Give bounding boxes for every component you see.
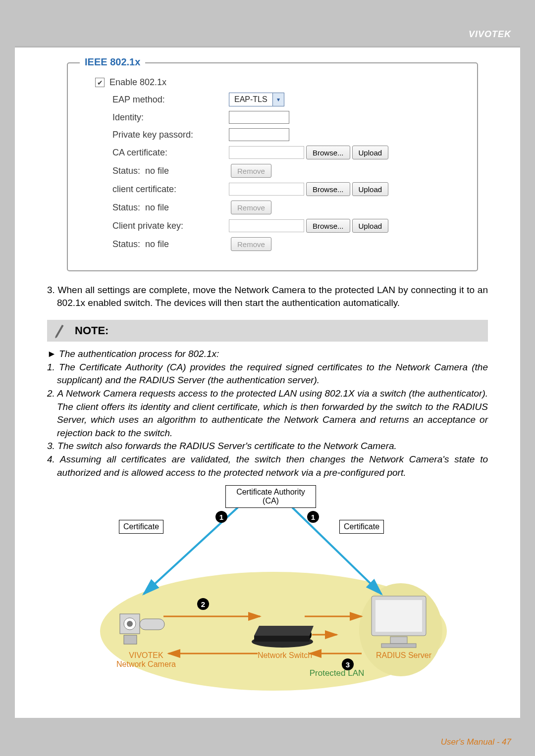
client-cert-remove-button[interactable]: Remove — [231, 201, 271, 214]
identity-label: Identity: — [95, 112, 229, 123]
note-line-2: 2. A Network Camera requests access to t… — [47, 387, 488, 440]
note-line-4: 4. Assuming all certificates are validat… — [47, 453, 488, 479]
eap-method-label: EAP method: — [95, 95, 229, 105]
client-certificate-file[interactable] — [229, 183, 304, 196]
brand-text: VIVOTEK — [469, 29, 511, 40]
svg-rect-16 — [381, 644, 416, 648]
client-key-status-label: Status: no file — [95, 239, 229, 250]
identity-input[interactable] — [229, 111, 289, 124]
svg-rect-15 — [390, 637, 407, 644]
svg-point-9 — [127, 621, 133, 627]
panel-legend: IEEE 802.1x — [80, 56, 145, 68]
camera-label: VIVOTEK Network Camera — [111, 651, 181, 669]
ca-status-label: Status: no file — [95, 166, 229, 176]
note-line-1: 1. The Certificate Authority (CA) provid… — [47, 361, 488, 387]
footer-text: User's Manual - 47 — [441, 737, 511, 747]
client-key-browse-button[interactable]: Browse... — [306, 219, 350, 233]
ca-certificate-label: CA certificate: — [95, 148, 229, 158]
note-line-3: 3. The switch also forwards the RADIUS S… — [47, 440, 488, 453]
camera-icon — [119, 606, 168, 648]
certificate-box-left: Certificate — [119, 520, 163, 534]
private-key-password-input[interactable] — [229, 128, 289, 141]
enable-8021x-checkbox[interactable]: ✔ — [95, 78, 105, 87]
client-key-upload-button[interactable]: Upload — [352, 219, 389, 233]
note-body: ► The authentication process for 802.1x:… — [47, 348, 488, 479]
note-title: NOTE: — [75, 324, 108, 337]
ca-certificate-file[interactable] — [229, 146, 304, 159]
step-num-1a: 1 — [215, 511, 227, 523]
eap-method-select[interactable]: EAP-TLS ▾ — [229, 93, 284, 106]
authentication-diagram: Certificate Authority (CA) Certificate C… — [84, 485, 451, 698]
client-cert-upload-button[interactable]: Upload — [352, 182, 389, 196]
switch-label: Network Switch — [250, 651, 320, 660]
server-icon — [367, 593, 436, 655]
svg-rect-14 — [375, 600, 422, 632]
enable-8021x-label: Enable 802.1x — [109, 77, 166, 88]
certificate-box-right: Certificate — [339, 520, 384, 534]
chevron-down-icon[interactable]: ▾ — [272, 93, 284, 106]
client-certificate-label: client certificate: — [95, 184, 229, 195]
client-private-key-file[interactable] — [229, 219, 304, 232]
step-num-1b: 1 — [307, 511, 319, 523]
ca-box: Certificate Authority (CA) — [225, 485, 316, 508]
client-cert-browse-button[interactable]: Browse... — [306, 182, 350, 196]
note-header: NOTE: — [47, 320, 488, 342]
client-key-remove-button[interactable]: Remove — [231, 237, 271, 251]
private-key-password-label: Private key passord: — [95, 130, 229, 140]
ca-remove-button[interactable]: Remove — [231, 164, 271, 178]
client-private-key-label: Client private key: — [95, 221, 229, 231]
server-label: RADIUS Server — [369, 651, 438, 660]
lan-label: Protected LAN — [297, 668, 376, 678]
svg-rect-11 — [124, 635, 137, 644]
svg-rect-10 — [140, 619, 164, 630]
eap-method-value: EAP-TLS — [229, 95, 272, 104]
client-cert-status-label: Status: no file — [95, 202, 229, 213]
switch-icon — [250, 619, 315, 651]
note-icon — [50, 321, 69, 340]
note-intro: ► The authentication process for 802.1x: — [47, 348, 488, 361]
ieee-8021x-panel: IEEE 802.1x ✔ Enable 802.1x EAP method: … — [67, 62, 478, 271]
ca-browse-button[interactable]: Browse... — [306, 146, 350, 159]
ca-upload-button[interactable]: Upload — [352, 146, 389, 159]
step-3-text: 3. When all settings are complete, move … — [47, 284, 488, 309]
